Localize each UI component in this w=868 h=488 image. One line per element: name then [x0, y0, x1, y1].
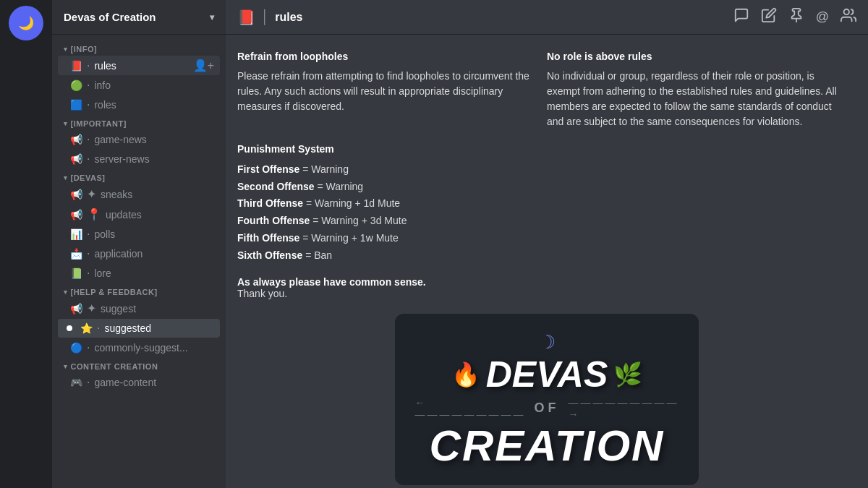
- logo-arrows-line: ←————————— OF —————————→: [415, 397, 679, 420]
- svg-point-1: [844, 9, 849, 14]
- channel-label-info: info: [94, 80, 111, 91]
- mention-icon[interactable]: @: [816, 9, 829, 25]
- hash-icon: ·: [87, 153, 90, 166]
- channel-item-game-news[interactable]: 📢 · game-news: [58, 130, 220, 149]
- channel-item-roles[interactable]: 🟦 · roles: [58, 95, 220, 114]
- offense-6: Sixth Offense = Ban: [237, 247, 856, 265]
- channel-emoji-suggest: 📢: [69, 303, 82, 314]
- channel-label-lore: lore: [94, 267, 111, 279]
- server-logo-area: ☽ 🔥 DEVAS 🌿 ←————————— OF —————————→ CRE…: [226, 302, 868, 488]
- category-content-creation[interactable]: ▾ CONTENT CREATION: [52, 358, 226, 372]
- category-arrow-icon: ▾: [64, 46, 68, 53]
- logo-container: ☽ 🔥 DEVAS 🌿 ←————————— OF —————————→ CRE…: [395, 314, 699, 485]
- category-arrow-icon: ▾: [64, 363, 68, 370]
- offense-5: Fifth Offense = Warning + 1w Mute: [237, 230, 856, 247]
- hash-icon: ✦: [87, 187, 96, 201]
- channel-header: 📕 │ rules @: [226, 0, 868, 35]
- channel-item-commonly-suggested[interactable]: 🔵 · commonly-suggest...: [58, 338, 220, 357]
- hash-icon: ·: [87, 228, 90, 241]
- logo-moon-icon: ☽: [539, 331, 556, 354]
- category-arrow-icon: ▾: [64, 120, 68, 127]
- channel-item-lore[interactable]: 📗 · lore: [58, 264, 220, 283]
- main-content: 📕 │ rules @ Refrain from loopholes: [226, 0, 868, 488]
- hash-icon: ✦: [87, 301, 96, 315]
- common-sense-section: As always please have common sense. Than…: [226, 270, 868, 302]
- channel-emoji-updates: 📢: [69, 209, 82, 221]
- channel-emoji-server-news: 📢: [69, 153, 82, 165]
- server-name: Devas of Creation: [64, 11, 156, 23]
- channel-sidebar: Devas of Creation ▾ ▾ [INFO] 📕 · rules 👤…: [52, 0, 226, 488]
- right-col-title: No role is above rules: [547, 49, 845, 64]
- hash-icon: ·: [87, 376, 90, 389]
- hash-icon: ·: [87, 247, 90, 260]
- logo-of-text: OF: [535, 401, 560, 416]
- common-sense-bold: As always please have common sense.: [237, 276, 856, 288]
- category-label: CONTENT CREATION: [71, 362, 158, 371]
- logo-leaf-icon: 🌿: [613, 363, 642, 386]
- rules-col-right: No role is above rules No individual or …: [547, 49, 856, 129]
- server-header[interactable]: Devas of Creation ▾: [52, 0, 226, 35]
- logo-devas-text: DEVAS: [486, 356, 608, 393]
- channel-emoji-application: 📩: [69, 248, 82, 260]
- category-help[interactable]: ▾ [HELP & FEEDBACK]: [52, 283, 226, 298]
- channel-item-sneaks[interactable]: 📢 ✦ sneaks: [58, 184, 220, 204]
- hash-icon: ·: [87, 59, 90, 72]
- category-arrow-icon: ▾: [64, 288, 68, 296]
- hash-icon: ·: [87, 267, 90, 280]
- channel-emoji-roles: 🟦: [69, 99, 82, 111]
- server-sidebar: 🌙: [0, 0, 52, 488]
- offense-1: First Offense = Warning: [237, 161, 856, 179]
- category-important[interactable]: ▾ [IMPORTANT]: [52, 115, 226, 129]
- category-label: [DEVAS]: [71, 174, 106, 182]
- channel-label-game-content: game-content: [94, 377, 156, 388]
- logo-fire-icon: 🔥: [451, 363, 480, 386]
- rules-col-left: Refrain from loopholes Please refrain fr…: [237, 49, 547, 129]
- channel-label-rules: rules: [94, 60, 116, 72]
- channel-item-suggest[interactable]: 📢 ✦ suggest: [58, 299, 220, 318]
- category-info[interactable]: ▾ [INFO]: [52, 40, 226, 55]
- channel-label-game-news: game-news: [94, 134, 146, 145]
- channel-label-updates: updates: [106, 209, 142, 221]
- channel-item-suggested[interactable]: ⭐ · suggested: [58, 319, 220, 338]
- logo-left-arrow: ←—————————: [415, 397, 526, 420]
- left-col-title: Refrain from loopholes: [237, 49, 535, 64]
- unread-indicator: [67, 325, 72, 331]
- hash-icon: ·: [97, 322, 100, 335]
- messages-area: Refrain from loopholes Please refrain fr…: [226, 35, 868, 488]
- channel-item-application[interactable]: 📩 · application: [58, 244, 220, 263]
- channel-emoji-polls: 📊: [69, 228, 82, 240]
- category-label: [INFO]: [71, 45, 98, 53]
- punishment-section: Punishment System First Offense = Warnin…: [226, 135, 868, 270]
- channel-emoji-game-content: 🎮: [69, 377, 82, 388]
- channel-emoji-rules: 📕: [69, 60, 82, 72]
- channel-label-roles: roles: [94, 99, 116, 111]
- punishment-title: Punishment System: [237, 141, 856, 158]
- hash-icon: ·: [87, 133, 90, 146]
- offense-2: Second Offense = Warning: [237, 179, 856, 196]
- logo-creation-text: CREATION: [430, 424, 665, 468]
- channel-item-rules[interactable]: 📕 · rules 👤+: [58, 56, 220, 75]
- add-user-icon[interactable]: 👤+: [193, 59, 214, 72]
- channel-label-server-news: server-news: [94, 153, 149, 165]
- members-icon[interactable]: [841, 7, 856, 27]
- server-icon[interactable]: 🌙: [9, 6, 43, 40]
- right-col-text: No individual or group, regardless of th…: [547, 69, 845, 129]
- offense-4: Fourth Offense = Warning + 3d Mute: [237, 213, 856, 230]
- channel-item-info[interactable]: 🟢 · info: [58, 76, 220, 95]
- channel-header-icon: 📕: [237, 9, 255, 26]
- channel-item-server-news[interactable]: 📢 · server-news: [58, 150, 220, 168]
- channel-emoji-sneaks: 📢: [69, 189, 82, 200]
- channel-item-polls[interactable]: 📊 · polls: [58, 225, 220, 244]
- category-devas[interactable]: ▾ [DEVAS]: [52, 169, 226, 184]
- edit-icon[interactable]: [761, 7, 777, 27]
- hash-icon: ·: [87, 79, 90, 92]
- logo-right-arrow: —————————→: [569, 397, 679, 420]
- channel-label-application: application: [94, 248, 142, 260]
- threads-icon[interactable]: [733, 7, 749, 27]
- channel-item-game-content[interactable]: 🎮 · game-content: [58, 373, 220, 392]
- category-arrow-icon: ▾: [64, 174, 68, 181]
- channel-emoji-commonly-suggested: 🔵: [69, 342, 82, 354]
- common-sense-normal: Thank you.: [237, 288, 856, 299]
- channel-item-updates[interactable]: 📢 📍 updates: [58, 205, 220, 224]
- pin-icon[interactable]: [788, 7, 804, 27]
